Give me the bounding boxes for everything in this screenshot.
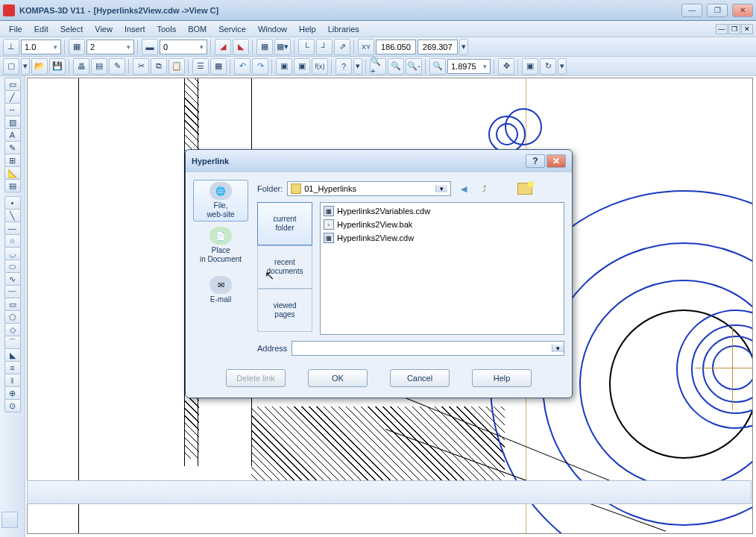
properties-icon[interactable]: ☰: [192, 58, 209, 75]
menu-window[interactable]: Window: [252, 23, 293, 35]
help-dd-icon[interactable]: ▾: [353, 58, 362, 75]
text-tool-icon[interactable]: A: [4, 128, 21, 142]
help-button[interactable]: Help: [472, 369, 532, 387]
paste-icon[interactable]: 📋: [168, 58, 185, 75]
linkto-file-website[interactable]: 🌐 File, web-site: [193, 180, 248, 222]
offset-tool-icon[interactable]: ≡: [4, 361, 21, 374]
new-icon[interactable]: ▢: [3, 58, 19, 75]
tb2-dd-icon[interactable]: ▾: [558, 58, 567, 75]
project-tool-icon[interactable]: ⊙: [4, 399, 21, 412]
zoom-in-icon[interactable]: 🔍+: [370, 58, 386, 75]
linkto-place-in-document[interactable]: 📄 Place in Document: [193, 224, 248, 266]
tab-recent-documents[interactable]: recent documents: [257, 245, 312, 289]
xy-icon[interactable]: XY: [358, 39, 374, 55]
undo-icon[interactable]: ↶: [234, 58, 251, 75]
segment-icon[interactable]: —: [4, 222, 21, 235]
linkto-email[interactable]: ✉ E-mail: [193, 269, 248, 311]
line-tool-icon[interactable]: ╱: [4, 90, 21, 104]
ellipse-tool-icon[interactable]: ⬭: [4, 260, 21, 273]
ok-button[interactable]: OK: [308, 369, 368, 387]
library-icon[interactable]: ▣: [276, 58, 292, 75]
spline-tool-icon[interactable]: ∿: [4, 272, 21, 286]
style-icon[interactable]: ▬: [142, 39, 158, 55]
arc-tool-icon[interactable]: ◡: [4, 247, 21, 260]
panel-toggle-icon[interactable]: [1, 512, 18, 528]
fx-icon[interactable]: f(x): [312, 58, 328, 75]
eraser-icon[interactable]: ◢: [215, 39, 231, 55]
measure-tool-icon[interactable]: 📐: [4, 166, 21, 180]
cut-icon[interactable]: ✂: [133, 58, 149, 75]
snap-icon[interactable]: ⊥: [3, 39, 19, 55]
menu-service[interactable]: Service: [212, 23, 252, 35]
contour-tool-icon[interactable]: ◇: [4, 323, 21, 336]
hatch-tool-icon[interactable]: ▨: [4, 116, 21, 129]
copy-icon[interactable]: ⧉: [151, 58, 167, 75]
zoom-prev-icon[interactable]: 🔍: [429, 58, 446, 75]
bezier-tool-icon[interactable]: 〰: [4, 285, 21, 298]
redraw-icon[interactable]: ↻: [540, 58, 556, 75]
cancel-button[interactable]: Cancel: [390, 369, 450, 387]
grid-toggle-icon[interactable]: ▦: [256, 39, 273, 55]
scale-combo[interactable]: 1.0▾: [21, 40, 61, 54]
dim-tool-icon[interactable]: ↔: [4, 103, 21, 116]
menu-edit[interactable]: Edit: [28, 23, 54, 35]
style-combo[interactable]: 0▾: [160, 40, 207, 54]
props-icon[interactable]: ✎: [109, 58, 125, 75]
zoom-combo[interactable]: 1.8975▾: [447, 59, 491, 74]
address-combo[interactable]: ▾: [292, 341, 564, 356]
print-icon[interactable]: 🖶: [73, 58, 89, 75]
list-item[interactable]: ▫ Hyperlinks2View.bak: [322, 218, 562, 231]
tab-current-folder[interactable]: current folder: [257, 202, 312, 245]
redo-icon[interactable]: ↷: [252, 58, 268, 75]
menu-view[interactable]: View: [89, 23, 119, 35]
fillet-tool-icon[interactable]: ⌒: [4, 336, 21, 349]
zoom-fit-icon[interactable]: ▣: [522, 58, 538, 75]
list-item[interactable]: ▦ Hyperlinks2View.cdw: [322, 231, 562, 245]
eraser2-icon[interactable]: ◣: [233, 39, 249, 55]
polygon-tool-icon[interactable]: ⬠: [4, 310, 21, 324]
mdi-close[interactable]: ✕: [741, 24, 753, 34]
pan-icon[interactable]: ✥: [498, 58, 514, 75]
window-maximize[interactable]: ❐: [707, 4, 728, 17]
new-folder-button[interactable]: [517, 180, 533, 197]
folder-combo[interactable]: 01_Hyperlinks ▾: [287, 181, 451, 196]
select-tool-icon[interactable]: ▭: [4, 78, 21, 91]
layers-icon[interactable]: ▦: [69, 39, 85, 55]
menu-libraries[interactable]: Libraries: [322, 23, 365, 35]
layer-combo[interactable]: 2▾: [86, 40, 134, 54]
aux-line-icon[interactable]: ╲: [4, 209, 21, 222]
delete-link-button[interactable]: Delete link: [226, 369, 286, 387]
local-cs-icon[interactable]: ┘: [316, 39, 333, 55]
mdi-restore[interactable]: ❐: [728, 24, 740, 34]
dialog-titlebar[interactable]: Hyperlink ? ✕: [186, 150, 572, 172]
file-list[interactable]: ▦ Hyperlinks2Variables.cdw ▫ Hyperlinks2…: [320, 202, 564, 335]
point-tool-icon[interactable]: •: [4, 196, 21, 210]
help-icon[interactable]: ?: [336, 58, 352, 75]
menu-select[interactable]: Select: [54, 23, 89, 35]
open-icon[interactable]: 📂: [31, 58, 48, 75]
menu-insert[interactable]: Insert: [119, 23, 151, 35]
ortho-icon[interactable]: └: [298, 39, 315, 55]
menu-tools[interactable]: Tools: [151, 23, 182, 35]
preview-icon[interactable]: ▤: [91, 58, 107, 75]
window-minimize[interactable]: —: [681, 4, 702, 17]
window-close[interactable]: ✕: [732, 4, 753, 17]
table-icon[interactable]: ▦: [210, 58, 227, 75]
list-item[interactable]: ▦ Hyperlinks2Variables.cdw: [322, 204, 562, 218]
mdi-minimize[interactable]: —: [716, 24, 728, 34]
equid-tool-icon[interactable]: ⦀: [4, 374, 21, 387]
assembly-tool-icon[interactable]: ⊕: [4, 386, 21, 400]
coord-dd-icon[interactable]: ▾: [459, 39, 468, 55]
nav-up-icon[interactable]: ⤴: [476, 180, 493, 197]
rect-tool-icon[interactable]: ▭: [4, 298, 21, 311]
dialog-help-icon[interactable]: ?: [526, 154, 545, 168]
menu-help[interactable]: Help: [293, 23, 322, 35]
zoom-out-icon[interactable]: 🔍-: [406, 58, 422, 75]
nav-back-icon[interactable]: ◀: [456, 180, 472, 197]
library2-icon[interactable]: ▣: [294, 58, 310, 75]
bom-tool-icon[interactable]: ▤: [4, 179, 21, 192]
save-icon[interactable]: 💾: [49, 58, 66, 75]
menu-bom[interactable]: BOM: [182, 23, 212, 35]
chamfer-tool-icon[interactable]: ◣: [4, 348, 21, 362]
circle-tool-icon[interactable]: ○: [4, 234, 21, 248]
